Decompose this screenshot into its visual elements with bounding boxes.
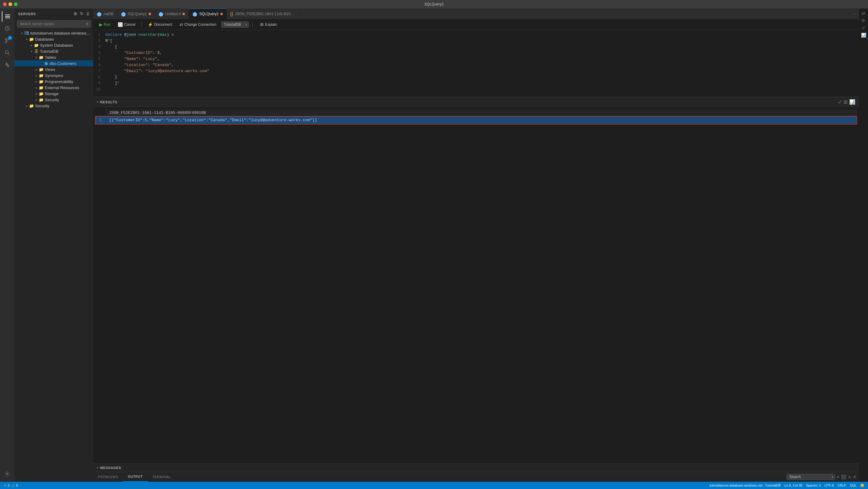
tables-item[interactable]: 📁 Tables <box>14 54 93 60</box>
code-editor[interactable]: 1 declare @json nvarchar(max) = 2 N'[ 3 … <box>93 30 859 97</box>
right-panel-icon-4[interactable]: 📊 <box>861 33 866 37</box>
history-icon[interactable] <box>2 23 13 34</box>
views-arrow[interactable] <box>34 67 39 72</box>
synonyms-arrow[interactable] <box>34 73 39 78</box>
tab-sqlquery1[interactable]: ⬤ SQLQuery1 <box>117 8 155 19</box>
new-connection-icon[interactable]: ⊕ <box>73 11 78 17</box>
server-item[interactable]: tutorialserver.database.windows.... <box>14 30 93 36</box>
clear-icon[interactable]: ✕ <box>853 474 857 479</box>
filter-list-icon[interactable]: ≡ <box>837 474 839 479</box>
editor-area: 1 declare @json nvarchar(max) = 2 N'[ 3 … <box>93 30 859 482</box>
tab-rialdb[interactable]: ⬤ rialDB <box>93 8 117 19</box>
tutorialdb-arrow[interactable] <box>29 49 34 54</box>
results-chart-icon[interactable]: 📊 <box>849 99 855 105</box>
status-language[interactable]: SQL <box>850 484 857 487</box>
tab-untitled3[interactable]: ⬤ Untitled-3 <box>155 8 189 19</box>
filter-icon[interactable]: ⧖ <box>86 11 90 17</box>
tab-problems[interactable]: PROBLEMS <box>93 472 123 482</box>
disconnect-icon: ⚡ <box>148 22 153 27</box>
storage-item[interactable]: 📁 Storage <box>14 91 93 97</box>
server-security-arrow[interactable] <box>24 103 29 108</box>
search-activity-icon[interactable] <box>2 47 13 58</box>
line-num-9: 9 <box>93 81 105 85</box>
tab-sqlquery1-label: SQLQuery1 <box>128 12 147 16</box>
tab-output-label: OUTPUT <box>128 475 143 479</box>
run-button[interactable]: ▶ Run <box>97 21 113 28</box>
status-line-ending[interactable]: CRLF <box>837 484 846 487</box>
maximize-button[interactable] <box>14 2 18 6</box>
status-warnings[interactable]: ⚠ 0 <box>12 484 18 488</box>
right-panel-icon-1[interactable]: ⇄ <box>862 11 865 16</box>
tab-output[interactable]: OUTPUT <box>123 472 147 482</box>
disconnect-button[interactable]: ⚡ Disconnect <box>145 21 174 28</box>
sidebar-toggle-icon[interactable] <box>2 11 13 22</box>
external-resources-arrow[interactable] <box>34 85 39 90</box>
server-security-item[interactable]: 📁 Security <box>14 103 93 109</box>
settings-icon[interactable] <box>2 468 13 479</box>
messages-header[interactable]: ▸ MESSAGES <box>93 464 859 472</box>
warning-count: 0 <box>16 484 18 487</box>
views-item[interactable]: 📁 Views <box>14 66 93 73</box>
customers-leaf <box>39 61 43 66</box>
search-clear-icon[interactable]: ✕ <box>85 22 89 26</box>
git-icon[interactable]: 3 <box>2 35 13 46</box>
right-panel-icon-2[interactable]: ⟳ <box>862 18 865 23</box>
server-arrow[interactable] <box>19 31 24 35</box>
explain-button[interactable]: ⚙ Explain <box>257 21 279 28</box>
system-databases-arrow[interactable] <box>29 43 34 48</box>
result-row-1[interactable]: 1 [{"CustomerID":5,"Name":"Lucy","Locati… <box>96 117 857 124</box>
synonyms-item[interactable]: 📁 Synonyms <box>14 73 93 79</box>
tables-arrow[interactable] <box>34 55 39 60</box>
refresh-icon[interactable]: ↻ <box>80 11 84 17</box>
status-errors[interactable]: ✕ 3 <box>4 484 9 488</box>
status-position[interactable]: Ln 6, Col 30 <box>784 484 802 487</box>
table-icon: ▦ <box>43 61 49 66</box>
system-databases-item[interactable]: 📁 System Databases <box>14 42 93 48</box>
external-resources-item[interactable]: 📁 External Resources <box>14 85 93 91</box>
db-security-item[interactable]: 📁 Security <box>14 97 93 103</box>
databases-arrow[interactable] <box>24 37 29 41</box>
change-connection-button[interactable]: ⇄ Change Connection <box>177 21 219 28</box>
status-encoding[interactable]: UTF-8 <box>825 484 834 487</box>
databases-label: Databases <box>35 37 54 41</box>
results-maximize-icon[interactable]: ⤢ <box>838 99 842 105</box>
minimize-button[interactable] <box>8 2 12 6</box>
connection-select[interactable]: TutorialDB <box>221 22 249 28</box>
wrap-icon[interactable]: ⬛ <box>841 474 846 479</box>
bottom-tabs: PROBLEMS OUTPUT TERMINAL Search ▾ <box>93 472 859 482</box>
close-button[interactable] <box>3 2 7 6</box>
search-input[interactable] <box>17 20 91 28</box>
tab-rialdb-label: rialDB <box>103 12 114 16</box>
language-label: SQL <box>850 484 857 487</box>
line-num-6: 6 <box>93 63 105 67</box>
programmability-item[interactable]: 📁 Programmability <box>14 79 93 85</box>
tab-dirty-dot2 <box>183 13 185 15</box>
tab-more-button[interactable]: ··· <box>849 8 859 19</box>
status-emoji[interactable]: 😊 <box>860 484 864 488</box>
programmability-arrow[interactable] <box>34 79 39 84</box>
results-header[interactable]: ▾ RESULTS ⤢ ⊞ 📊 <box>93 97 859 107</box>
code-line-2: 2 N'[ <box>93 38 859 45</box>
status-spaces[interactable]: Spaces: 4 <box>806 484 821 487</box>
tab-sqlquery2-label: SQLQuery2 <box>199 12 218 16</box>
status-server-info[interactable]: tutorialserver.database.windows.net : Tu… <box>709 484 780 487</box>
scroll-up-icon[interactable]: ∧ <box>848 474 851 479</box>
tab-json[interactable]: {} JSON_F52E2B61-18A1-11d1-B105-00805F49… <box>227 8 299 19</box>
databases-item[interactable]: 📁 Databases <box>14 36 93 42</box>
tutorialdb-item[interactable]: 🗄 TutorialDB <box>14 48 93 54</box>
right-panel-icon-3[interactable]: ⤢ <box>862 25 865 30</box>
tab-sqlquery2[interactable]: ⬤ SQLQuery2 <box>189 8 226 19</box>
storage-arrow[interactable] <box>34 91 39 96</box>
code-line-7: 7 "Email": "lucy0@adventure-works.com" <box>93 69 859 75</box>
db-security-arrow[interactable] <box>34 97 39 102</box>
bottom-search-select[interactable]: Search <box>786 474 835 480</box>
dbo-customers-item[interactable]: ▦ dbo.Customers <box>14 60 93 66</box>
tab-terminal[interactable]: TERMINAL <box>148 472 176 482</box>
cancel-icon: ⬜ <box>118 22 123 27</box>
extensions-icon[interactable] <box>2 59 13 70</box>
results-grid-icon[interactable]: ⊞ <box>843 99 847 105</box>
line-num-2: 2 <box>93 38 105 43</box>
cancel-button[interactable]: ⬜ Cancel <box>115 21 138 28</box>
external-resources-folder-icon: 📁 <box>39 85 43 90</box>
explain-icon: ⚙ <box>260 22 264 27</box>
